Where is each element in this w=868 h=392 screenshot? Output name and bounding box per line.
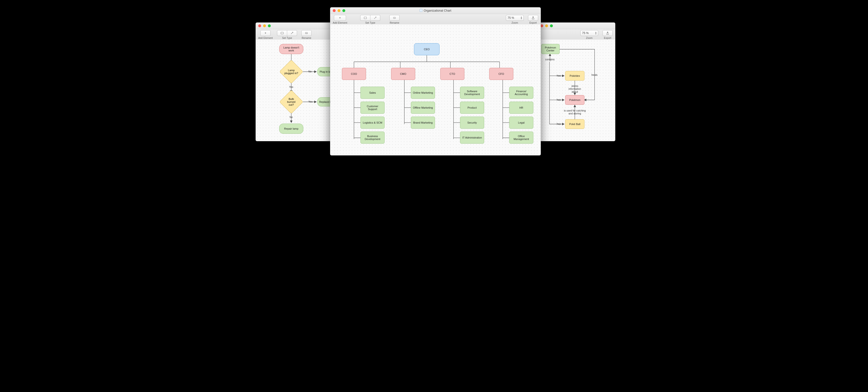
right-window: 75 % ▴▾ Zoom Export xyxy=(538,23,615,141)
add-element-button[interactable]: + xyxy=(334,15,346,21)
node-finance-accounting[interactable]: Finance/ Accounting xyxy=(509,87,533,99)
node-cfo[interactable]: CFO xyxy=(489,68,513,80)
edge-used-for: is used for catching and storing xyxy=(563,109,587,115)
node-online-marketing[interactable]: Online Marketing xyxy=(411,87,435,99)
set-type-shape-button[interactable] xyxy=(277,30,287,36)
edge-stores-info: stores information about xyxy=(565,84,585,93)
node-pokemon[interactable]: Pokémon xyxy=(565,95,585,105)
edge-contains: contains xyxy=(545,58,555,61)
edge-label-no: No xyxy=(308,70,311,73)
set-type-group: Set Type xyxy=(277,30,297,39)
set-type-group: Set Type xyxy=(360,15,380,24)
node-cto[interactable]: CTO xyxy=(440,68,464,80)
canvas[interactable]: CEO COO CMO CTO CFO Sales Customer Suppo… xyxy=(330,24,540,155)
plus-icon: + xyxy=(265,31,267,35)
node-product[interactable]: Product xyxy=(460,102,484,114)
zoom-group: 75 % ▴▾ Zoom xyxy=(580,30,598,39)
node-security[interactable]: Security xyxy=(460,117,484,129)
export-label: Export xyxy=(604,36,611,39)
zoom-select[interactable]: 75 % ▴▾ xyxy=(580,30,598,36)
edge-has-3: has xyxy=(557,122,561,125)
set-type-arrow-button[interactable] xyxy=(370,15,380,21)
add-element-label: Add Element xyxy=(258,36,273,39)
titlebar[interactable]: Organizational Chart xyxy=(330,7,540,14)
edge-has-1: has xyxy=(557,74,561,77)
canvas[interactable]: Pokémon Center contains heals has Pokéde… xyxy=(538,39,615,141)
node-cmo[interactable]: CMO xyxy=(391,68,415,80)
svg-rect-17 xyxy=(364,17,367,19)
stepper-icon: ▴▾ xyxy=(595,31,596,35)
node-legal[interactable]: Legal xyxy=(509,117,533,129)
edge-label-yes2: Yes xyxy=(308,100,312,103)
edge-has-2: has xyxy=(557,98,561,101)
node-repair-lamp[interactable]: Repair lamp xyxy=(279,123,303,134)
toolbar: 75 % ▴▾ Zoom Export xyxy=(538,29,615,40)
svg-text:Aa: Aa xyxy=(306,32,307,34)
export-group: Export xyxy=(528,15,538,24)
node-pokeball[interactable]: Poké Ball xyxy=(565,119,585,129)
edge-label-yes: Yes xyxy=(289,85,293,88)
node-office-management[interactable]: Office Management xyxy=(509,132,533,144)
node-business-development[interactable]: Business Development xyxy=(361,132,384,144)
add-element-group: + Add Element xyxy=(333,15,347,24)
add-element-label: Add Element xyxy=(333,21,347,24)
edge-heals: heals xyxy=(591,74,597,76)
export-button[interactable] xyxy=(528,15,538,21)
node-it-administration[interactable]: IT Administration xyxy=(460,132,484,144)
zoom-value: 75 % xyxy=(582,31,589,35)
zoom-icon[interactable] xyxy=(550,24,553,27)
minimize-icon[interactable] xyxy=(545,24,548,27)
zoom-group: 75 % ▴▾ Zoom xyxy=(506,15,524,24)
zoom-select[interactable]: 75 % ▴▾ xyxy=(506,15,524,21)
rename-label: Rename xyxy=(390,21,399,24)
zoom-label: Zoom xyxy=(512,21,518,24)
toolbar: + Add Element Set Type Aa Rename xyxy=(256,29,333,40)
node-customer-support[interactable]: Customer Support xyxy=(361,102,384,114)
titlebar[interactable] xyxy=(256,23,333,29)
svg-rect-0 xyxy=(281,32,283,34)
titlebar[interactable] xyxy=(538,23,615,29)
node-coo[interactable]: COO xyxy=(342,68,366,80)
node-bulb-burned-out[interactable]: Bulb burned out? xyxy=(283,93,300,110)
rename-group: Aa Rename xyxy=(301,30,311,39)
set-type-label: Set Type xyxy=(282,36,292,39)
node-logistics-scm[interactable]: Logistics & SCM xyxy=(361,117,384,129)
stepper-icon: ▴▾ xyxy=(521,16,522,20)
node-pokemon-center[interactable]: Pokémon Center xyxy=(541,44,560,54)
node-brand-marketing[interactable]: Brand Marketing xyxy=(411,117,435,129)
toolbar: + Add Element Set Type Aa Rename xyxy=(330,14,540,25)
export-label: Export xyxy=(529,21,537,24)
node-pokedex[interactable]: Pokédex xyxy=(565,71,585,81)
stage: + Add Element Set Type Aa Rename xyxy=(246,0,622,170)
document-icon xyxy=(420,9,423,12)
node-sales[interactable]: Sales xyxy=(361,87,384,99)
close-icon[interactable] xyxy=(258,24,261,27)
add-element-button[interactable]: + xyxy=(260,30,271,36)
set-type-shape-button[interactable] xyxy=(360,15,370,21)
zoom-label: Zoom xyxy=(586,36,593,39)
rename-button[interactable]: Aa xyxy=(390,15,400,21)
node-software-development[interactable]: Software Development xyxy=(460,87,484,99)
export-button[interactable] xyxy=(602,30,613,36)
set-type-label: Set Type xyxy=(365,21,375,24)
left-window: + Add Element Set Type Aa Rename xyxy=(255,23,333,141)
rename-button[interactable]: Aa xyxy=(301,30,311,36)
window-controls xyxy=(540,24,553,27)
node-ceo[interactable]: CEO xyxy=(414,43,439,55)
rename-group: Aa Rename xyxy=(390,15,400,24)
node-offline-marketing[interactable]: Offline Marketing xyxy=(411,102,435,114)
export-group: Export xyxy=(602,30,613,39)
edge-label-no2: No xyxy=(289,116,293,118)
canvas[interactable]: Lamp doesn't work Lamp plugged in? No Pl… xyxy=(256,39,333,141)
center-window: Organizational Chart + Add Element Set T… xyxy=(330,7,541,156)
zoom-icon[interactable] xyxy=(268,24,271,27)
set-type-arrow-button[interactable] xyxy=(287,30,297,36)
minimize-icon[interactable] xyxy=(263,24,266,27)
svg-text:Aa: Aa xyxy=(394,17,396,19)
zoom-value: 75 % xyxy=(507,16,514,20)
node-lamp-doesnt-work[interactable]: Lamp doesn't work xyxy=(279,44,303,54)
node-lamp-plugged-in[interactable]: Lamp plugged in? xyxy=(283,63,300,80)
rename-label: Rename xyxy=(302,36,311,39)
node-hr[interactable]: HR xyxy=(509,102,533,114)
add-element-group: + Add Element xyxy=(258,30,273,39)
